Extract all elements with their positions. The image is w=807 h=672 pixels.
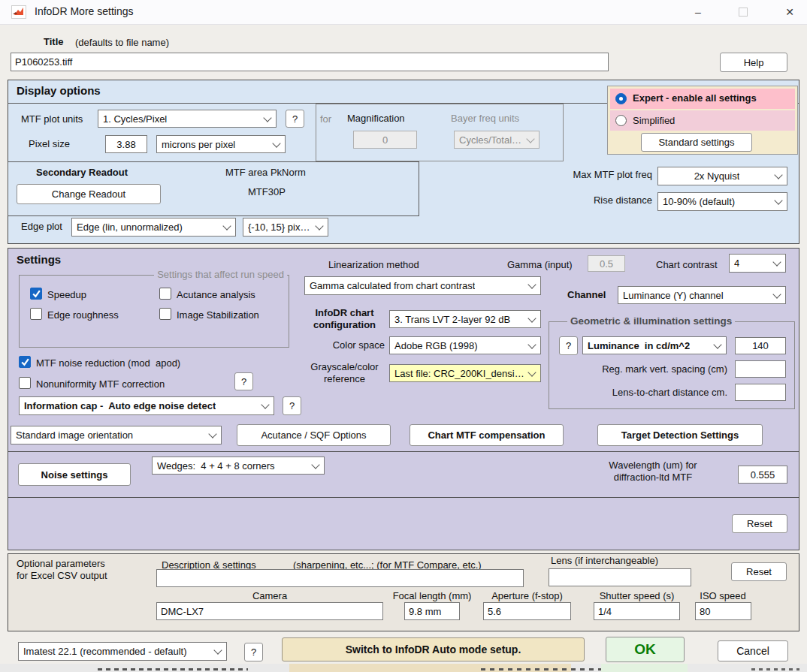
chevron-down-icon <box>222 221 231 230</box>
chart-mtf-compensation-button[interactable]: Chart MTF compensation <box>410 424 564 446</box>
pixel-size-units-select[interactable]: microns per pixel <box>156 135 286 153</box>
help-button[interactable]: Help <box>720 53 787 72</box>
grayscale-reference-select[interactable]: Last file: CRC_200KI_densit... <box>389 364 541 382</box>
expert-mode-row[interactable]: Expert - enable all settings <box>610 89 795 109</box>
wavelength-input[interactable] <box>738 466 787 484</box>
mtf-units-help-button[interactable]: ? <box>286 110 304 128</box>
mtf-plot-units-select[interactable]: 1. Cycles/Pixel <box>98 110 277 128</box>
grayscale-reference-label-line2: reference <box>304 373 385 384</box>
gamma-input-label: Gamma (input) <box>507 259 573 270</box>
settings-divider-2 <box>8 497 799 498</box>
optional-reset-button[interactable]: Reset <box>731 562 787 581</box>
acutance-analysis-checkbox[interactable] <box>159 288 171 300</box>
simplified-label: Simplified <box>633 115 675 126</box>
speedup-label: Speedup <box>47 289 86 300</box>
speedup-checkbox[interactable] <box>30 288 42 300</box>
rise-distance-label: Rise distance <box>540 194 652 206</box>
chevron-down-icon <box>713 340 721 348</box>
edge-roughness-label: Edge roughness <box>47 309 119 321</box>
lens-label: Lens (if interchangeable) <box>551 555 658 566</box>
acutance-sqf-options-button[interactable]: Acutance / SQF Options <box>237 424 391 446</box>
color-space-label: Color space <box>304 339 385 351</box>
secondary-readout-label: Secondary Readout <box>36 167 128 178</box>
description-input[interactable] <box>156 569 524 587</box>
wavelength-label-line2: diffraction-ltd MTF <box>579 472 727 483</box>
target-detection-settings-button[interactable]: Target Detection Settings <box>597 424 763 446</box>
pixel-size-input[interactable] <box>105 135 147 153</box>
mtf-plot-units-label: MTF plot units <box>21 113 83 125</box>
switch-infodr-auto-button[interactable]: Switch to InfoDR Auto mode setup. <box>282 637 585 661</box>
geometric-illumination-title: Geometric & illumination settings <box>567 315 735 327</box>
chevron-down-icon <box>527 280 536 288</box>
bayer-freq-units-select: Cycles/Total pixels <box>454 131 540 149</box>
title-bar: InfoDR More settings – ✕ <box>0 0 807 25</box>
nonuniformity-help-button[interactable]: ? <box>234 372 253 390</box>
iso-speed-input[interactable] <box>695 602 751 620</box>
reg-mark-spacing-input[interactable] <box>735 360 786 378</box>
background-window-text-blur <box>751 668 799 670</box>
background-window-text-blur <box>481 668 601 670</box>
simplified-radio[interactable] <box>615 115 627 126</box>
channel-select[interactable]: Luminance (Y) channel <box>618 286 786 304</box>
mtf-noise-reduction-label: MTF noise reduction (mod apod) <box>36 357 180 369</box>
chevron-down-icon <box>772 290 781 298</box>
chevron-down-icon <box>527 368 536 376</box>
infodr-chart-label-line1: InfoDR chart <box>304 307 385 318</box>
camera-label: Camera <box>156 590 383 601</box>
nonuniformity-label: Nonuniformity MTF correction <box>36 378 165 390</box>
maximize-button <box>726 0 760 24</box>
noise-settings-button[interactable]: Noise settings <box>18 463 131 486</box>
close-button[interactable]: ✕ <box>772 0 807 24</box>
ok-button[interactable]: OK <box>606 637 685 662</box>
color-space-select[interactable]: Adobe RGB (1998) <box>389 336 541 354</box>
shutter-speed-input[interactable] <box>594 602 680 620</box>
expert-radio[interactable] <box>615 93 627 104</box>
nonuniformity-checkbox[interactable] <box>19 377 31 389</box>
lens-input[interactable] <box>549 568 691 586</box>
image-stabilization-checkbox[interactable] <box>159 308 171 320</box>
edge-plot-label: Edge plot <box>21 221 62 232</box>
wavelength-label-line1: Wavelength (um) for <box>579 460 727 471</box>
geometric-help-button[interactable]: ? <box>559 336 578 355</box>
edge-roughness-checkbox[interactable] <box>30 308 42 320</box>
luminance-input[interactable] <box>735 337 786 354</box>
acutance-analysis-label: Acutance analysis <box>177 289 255 300</box>
background-window-text-blur <box>98 668 248 670</box>
minimize-button[interactable]: – <box>681 0 715 24</box>
information-cap-help-button[interactable]: ? <box>283 396 301 415</box>
aperture-input[interactable] <box>483 602 571 620</box>
settings-reset-button[interactable]: Reset <box>732 514 787 533</box>
infodr-chart-select[interactable]: 3. Trans LVT 2-layer 92 dB <box>389 310 541 328</box>
lens-to-chart-distance-input[interactable] <box>735 384 786 401</box>
simplified-mode-row[interactable]: Simplified <box>610 110 795 131</box>
information-cap-select[interactable]: Information cap - Auto edge noise detect <box>19 396 274 415</box>
reg-mark-spacing-label: Reg. mark vert. spacing (cm) <box>540 363 727 375</box>
infodr-chart-label-line2: configuration <box>304 319 385 330</box>
edge-range-select[interactable]: {-10, 15} pixels <box>243 218 328 237</box>
luminance-select[interactable]: Luminance in cd/m^2 <box>582 336 727 354</box>
imatest-version-select[interactable]: Imatest 22.1 (recommended - default) <box>18 642 227 661</box>
edge-plot-select[interactable]: Edge (lin, unnormalized) <box>71 218 236 237</box>
chevron-down-icon <box>772 258 781 266</box>
for-label: for <box>320 113 331 125</box>
wedges-select[interactable]: Wedges: 4 + 4 + 8 corners <box>152 457 325 475</box>
focal-length-input[interactable] <box>404 602 460 620</box>
display-options-heading: Display options <box>17 84 101 97</box>
title-field-label: Title <box>44 36 64 47</box>
footer-help-button[interactable]: ? <box>244 643 263 661</box>
chart-contrast-select[interactable]: 4 <box>729 254 786 273</box>
title-input[interactable] <box>11 53 609 71</box>
image-orientation-select[interactable]: Standard image orientation <box>11 426 222 444</box>
rise-distance-select[interactable]: 10-90% (default) <box>657 192 787 211</box>
lens-to-chart-distance-label: Lens-to-chart distance cm. <box>540 387 727 398</box>
linearization-select[interactable]: Gamma calculated from chart contrast <box>304 276 541 295</box>
cancel-button[interactable]: Cancel <box>718 640 788 661</box>
max-mtf-freq-select[interactable]: 2x Nyquist <box>657 167 787 185</box>
mtf-noise-reduction-checkbox[interactable] <box>19 356 31 368</box>
chevron-down-icon <box>213 646 222 654</box>
standard-settings-button[interactable]: Standard settings <box>641 133 752 152</box>
background-window-edge-green <box>601 664 688 672</box>
chevron-down-icon <box>261 400 269 408</box>
change-readout-button[interactable]: Change Readout <box>17 184 161 204</box>
camera-input[interactable] <box>156 602 383 620</box>
